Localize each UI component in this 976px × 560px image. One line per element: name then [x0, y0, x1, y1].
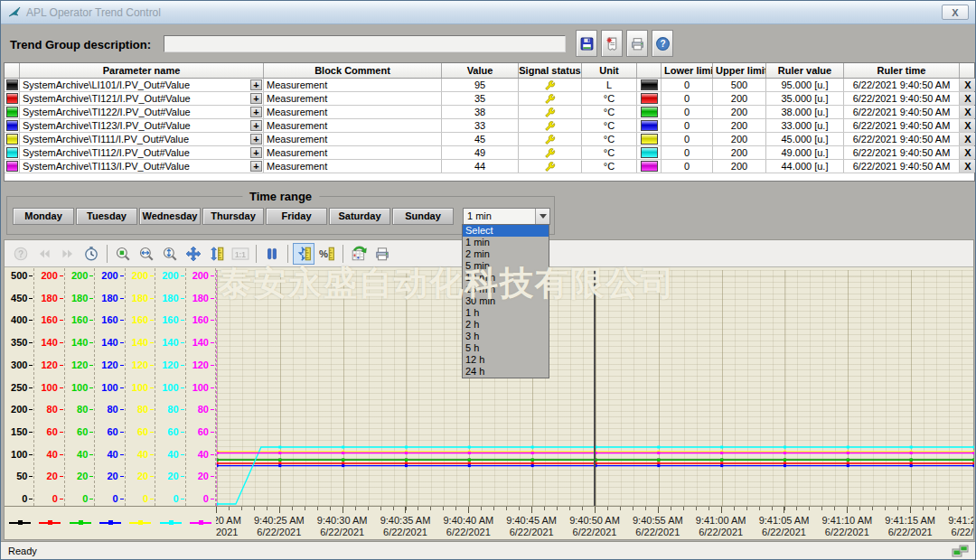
day-button-thursday[interactable]: Thursday: [202, 208, 264, 225]
ruler-icon[interactable]: [293, 243, 314, 265]
day-button-sunday[interactable]: Sunday: [392, 208, 454, 225]
trend-marker: [720, 464, 723, 467]
legend-item: [160, 522, 182, 524]
day-button-wednesday[interactable]: Wednesday: [139, 208, 201, 225]
y-axis-3: 020406080100120140160180200: [65, 268, 95, 506]
remove-button[interactable]: X: [960, 146, 976, 159]
report-button[interactable]: [601, 30, 623, 57]
trend-marker: [973, 464, 975, 467]
dropdown-item[interactable]: 24 h: [463, 366, 549, 378]
table-row[interactable]: SystemArchive\TI112/I.PV_Out#Value+Measu…: [5, 146, 974, 160]
trend-group-description-input[interactable]: [164, 35, 566, 52]
table-row[interactable]: SystemArchive\TI122/I.PV_Out#Value+Measu…: [5, 106, 974, 119]
trend-marker: [720, 459, 723, 462]
trend-marker: [847, 462, 849, 465]
one-to-one-icon[interactable]: 1:1: [230, 243, 251, 265]
column-header: Value: [442, 63, 519, 78]
trend-marker: [720, 446, 723, 449]
zoom-area-icon[interactable]: [112, 243, 134, 265]
dropdown-item[interactable]: 1 h: [463, 307, 549, 319]
pan-icon[interactable]: [183, 243, 204, 265]
remove-cell: X: [960, 133, 976, 145]
print-trend-icon[interactable]: [371, 243, 393, 265]
percent-scale-icon[interactable]: %: [316, 243, 338, 265]
y-tick-label: 50: [16, 471, 27, 481]
scale-vertical-icon[interactable]: [206, 243, 228, 265]
remove-button[interactable]: X: [960, 119, 976, 132]
remove-cell: X: [960, 92, 976, 105]
remove-button[interactable]: X: [960, 133, 976, 145]
table-row[interactable]: SystemArchive\TI113/I.PV_Out#Value+Measu…: [5, 160, 974, 173]
dropdown-item[interactable]: 2 h: [463, 319, 549, 331]
zoom-vertical-icon[interactable]: [159, 243, 181, 265]
interval-combobox[interactable]: 1 min: [463, 208, 550, 225]
pause-icon[interactable]: [261, 243, 283, 265]
step-forward-icon[interactable]: [57, 243, 79, 265]
expand-button[interactable]: +: [250, 120, 262, 131]
zoom-horizontal-icon[interactable]: [136, 243, 157, 265]
time-range-icon[interactable]: [80, 243, 102, 265]
y-tick-label: 80: [77, 405, 88, 415]
dropdown-item[interactable]: 15 min: [463, 284, 549, 295]
connection-icon[interactable]: [950, 544, 970, 559]
dropdown-item[interactable]: 2 min: [463, 248, 549, 260]
save-button[interactable]: [576, 30, 597, 57]
trend-marker: [973, 446, 975, 449]
ruler-value-cell: 95.000 [u.]: [766, 79, 844, 91]
table-row[interactable]: SystemArchive\TI123/I.PV_Out#Value+Measu…: [5, 119, 974, 133]
ruler-value-cell: 49.000 [u.]: [766, 146, 844, 159]
trend-marker: [910, 464, 913, 467]
column-header: Upper limit: [713, 63, 766, 78]
chevron-down-icon[interactable]: [535, 209, 549, 224]
table-row[interactable]: SystemArchive\TI121/I.PV_Out#Value+Measu…: [5, 92, 974, 106]
day-button-monday[interactable]: Monday: [13, 208, 74, 225]
close-button[interactable]: X: [942, 5, 969, 20]
print-button[interactable]: [626, 30, 648, 57]
remove-button[interactable]: X: [960, 160, 976, 173]
expand-button[interactable]: +: [250, 134, 262, 145]
dropdown-item[interactable]: 3 h: [463, 331, 549, 342]
expand-button[interactable]: +: [250, 107, 262, 117]
trend-color-swatch: [641, 107, 658, 117]
remove-button[interactable]: X: [960, 79, 976, 91]
day-button-saturday[interactable]: Saturday: [329, 208, 390, 225]
legend-item: [129, 522, 151, 524]
trend-marker: [910, 462, 913, 465]
status-text: Ready: [8, 546, 37, 556]
step-back-icon[interactable]: [33, 243, 55, 265]
day-button-tuesday[interactable]: Tuesday: [76, 208, 137, 225]
table-row[interactable]: SystemArchive\TI111/I.PV_Out#Value+Measu…: [5, 133, 974, 146]
trend-color-swatch: [6, 147, 18, 158]
ruler-time-cell: 6/22/2021 9:40:50 AM: [844, 146, 960, 159]
dropdown-item[interactable]: 1 min: [463, 237, 549, 248]
app-logo-icon: [8, 5, 22, 19]
trend-line: [217, 447, 974, 504]
dropdown-item[interactable]: 5 h: [463, 342, 549, 354]
expand-button[interactable]: +: [250, 161, 262, 172]
trend-color-cell-2: [637, 133, 662, 145]
remove-button[interactable]: X: [960, 92, 976, 105]
dropdown-item[interactable]: 30 min: [463, 295, 549, 307]
signal-status-cell: [519, 133, 582, 145]
y-tick-label: 100: [41, 383, 57, 393]
export-trend-icon[interactable]: [348, 243, 370, 265]
upper-limit-cell: 200: [713, 92, 766, 105]
ruler-line[interactable]: [594, 270, 596, 506]
trend-marker: [405, 459, 408, 462]
trend-color-cell-2: [637, 119, 662, 132]
dropdown-item[interactable]: 12 h: [463, 354, 549, 366]
dropdown-item[interactable]: 10 min: [463, 272, 549, 284]
dropdown-item[interactable]: 5 min: [463, 260, 549, 272]
svg-text:1:1: 1:1: [235, 249, 246, 258]
day-button-friday[interactable]: Friday: [266, 208, 327, 225]
expand-button[interactable]: +: [250, 79, 262, 90]
expand-button[interactable]: +: [250, 147, 262, 158]
remove-button[interactable]: X: [960, 106, 976, 118]
help-icon[interactable]: ?: [10, 243, 32, 265]
help-button[interactable]: ?: [652, 30, 673, 57]
x-axis-major-ticks: [216, 507, 973, 513]
ruler-value-cell: 33.000 [u.]: [766, 119, 844, 132]
expand-button[interactable]: +: [250, 93, 262, 104]
dropdown-item[interactable]: Select: [463, 225, 549, 237]
table-row[interactable]: SystemArchive\LI101/I.PV_Out#Value+Measu…: [5, 79, 974, 92]
